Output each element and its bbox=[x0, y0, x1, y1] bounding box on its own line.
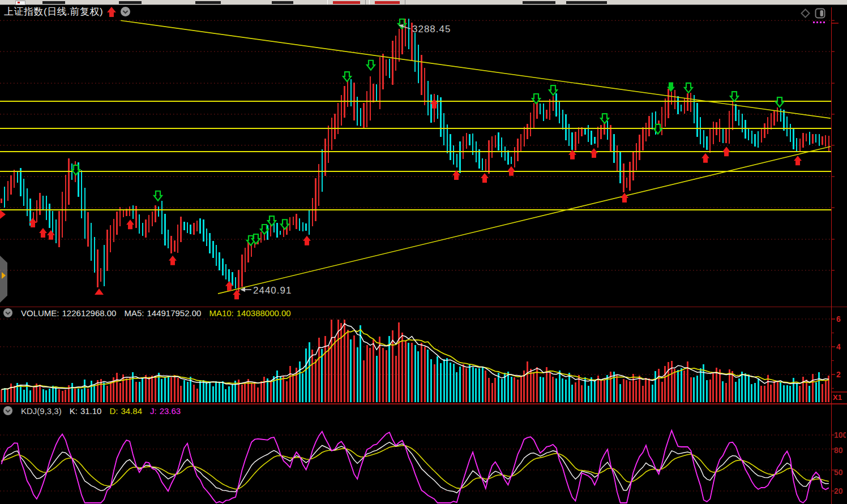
ma5-value: 144917952.00 bbox=[147, 308, 201, 318]
corner-tools bbox=[801, 8, 825, 19]
red-up-arrow-icon bbox=[106, 6, 117, 18]
kdj-axis-tick: 20 bbox=[834, 486, 846, 496]
magenta-dots-indicator bbox=[813, 21, 825, 23]
volume-axis-tick: 2 bbox=[836, 370, 841, 379]
volume-header: VOLUME: 122612968.00 MA5: 144917952.00 M… bbox=[3, 308, 291, 318]
volume-unit-label: X1 bbox=[833, 393, 847, 402]
trading-app-window: 上证指数(日线.前复权) 3288.45 2440.91 VOLUME: 122… bbox=[0, 0, 847, 504]
chevron-circle-icon[interactable] bbox=[3, 406, 13, 416]
chevron-circle-icon[interactable] bbox=[3, 308, 13, 318]
kdj-name: KDJ(9,3,3) bbox=[21, 406, 62, 416]
k-value: 31.10 bbox=[80, 406, 102, 416]
candlestick-chart-canvas[interactable] bbox=[0, 0, 847, 504]
k-label: K: bbox=[70, 406, 78, 416]
volume-label: VOLUME: bbox=[21, 308, 59, 318]
chart-title-row: 上证指数(日线.前复权) bbox=[4, 5, 131, 18]
d-value: 34.84 bbox=[121, 406, 142, 416]
kdj-axis-tick: 100 bbox=[834, 430, 846, 440]
j-label: J: bbox=[150, 406, 157, 416]
ma5-label: MA5: bbox=[124, 308, 144, 318]
page-title: 上证指数(日线.前复权) bbox=[4, 5, 103, 18]
ma10-label: MA10: bbox=[209, 308, 233, 318]
low-price-label: 2440.91 bbox=[253, 285, 292, 296]
sidebar-handle[interactable] bbox=[0, 256, 7, 303]
j-value: 23.63 bbox=[160, 406, 181, 416]
volume-axis-tick: 4 bbox=[836, 342, 841, 351]
expand-triangle-icon[interactable] bbox=[2, 272, 6, 279]
volume-value: 122612968.00 bbox=[62, 308, 117, 318]
chevron-circle-icon[interactable] bbox=[120, 6, 131, 17]
high-price-label: 3288.45 bbox=[412, 24, 451, 35]
d-label: D: bbox=[109, 406, 118, 416]
kdj-header: KDJ(9,3,3) K: 31.10 D: 34.84 J: 23.63 bbox=[3, 406, 181, 416]
diamond-icon[interactable] bbox=[801, 8, 810, 18]
volume-axis-tick: 6 bbox=[836, 315, 841, 324]
window-icon[interactable] bbox=[815, 8, 825, 19]
ma10-value: 140388000.00 bbox=[237, 308, 291, 318]
kdj-axis-tick: 50 bbox=[834, 468, 846, 477]
kdj-axis-tick: 80 bbox=[834, 446, 846, 455]
